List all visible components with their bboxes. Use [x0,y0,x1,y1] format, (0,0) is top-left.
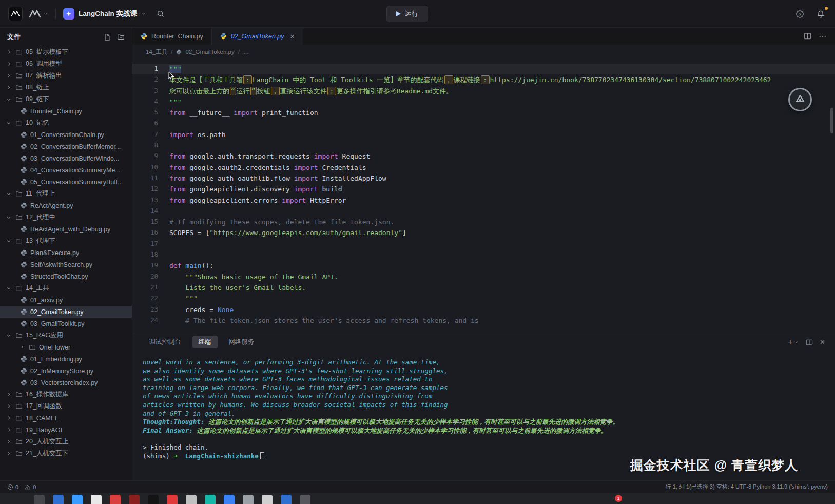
code-line[interactable]: 18 [132,249,835,260]
panel-tab[interactable]: 调试控制台 [143,336,187,348]
code-line[interactable]: 22 """ [132,293,835,304]
code-line[interactable]: 3您可以点击最上方的“运行”按钮，直接运行该文件；更多操作指引请参考Readme… [132,86,835,96]
taskbar-app-icon[interactable] [110,495,121,504]
code-line[interactable]: 23 creds = None [132,304,835,315]
code-line[interactable]: 9from google.auth.transport.requests imp… [132,151,835,162]
code-line[interactable]: 20 """Shows basic usage of the Gmail API… [132,272,835,282]
taskbar-app-icon[interactable] [224,495,235,504]
tree-file-item[interactable]: 02_InMemoryStore.py [0,365,132,377]
code-line[interactable]: 14 [132,206,835,217]
code-line[interactable]: 16SCOPES = ["https://www.googleapis.com/… [132,227,835,238]
new-terminal-button[interactable]: + [788,338,798,347]
taskbar-app-icon[interactable] [34,495,45,504]
code-line[interactable]: 6 [132,118,835,129]
tree-folder-item[interactable]: 16_操作数据库 [0,389,132,400]
warnings-indicator[interactable]: 0 [25,484,36,490]
tree-file-item[interactable]: Plan&Execute.py [0,247,132,259]
tree-file-item[interactable]: 01_arxiv.py [0,294,132,306]
status-right[interactable]: 行 1, 列 1(已选择 3) 空格: 4 UTF-8 Python 3.11.… [666,483,828,491]
taskbar-app-icon[interactable] [129,495,140,504]
taskbar-app-icon[interactable] [262,495,273,504]
tree-folder-item[interactable]: 17_回调函数 [0,400,132,412]
code-line[interactable]: 21 Lists the user's Gmail labels. [132,282,835,293]
tree-folder-item[interactable]: 06_调用模型 [0,58,132,70]
errors-indicator[interactable]: 0 [7,484,18,490]
code-line[interactable]: 8 [132,140,835,151]
run-button[interactable]: 运行 [386,6,428,22]
code-line[interactable]: 24 # The file token.json stores the user… [132,315,835,326]
editor-tab[interactable]: 02_GmailToken.py× [212,28,303,45]
tree-file-item[interactable]: 02_GmailToken.py [0,306,132,318]
taskbar-app-icon[interactable] [300,495,310,504]
breadcrumb[interactable]: 14_工具 / 02_GmailToken.py / … [132,45,835,59]
taskbar-app-icon[interactable] [186,495,197,504]
tree-file-item[interactable]: ReActAgent.py [0,200,132,211]
breadcrumb-more[interactable]: … [243,49,249,55]
code-line[interactable]: 15# If modifying these scopes, delete th… [132,217,835,227]
code-line[interactable]: 2本文件是【工具和工具箱：LangChain 中的 Tool 和 Toolkit… [132,74,835,85]
code-line[interactable]: 19def main(): [132,260,835,271]
code-line[interactable]: 13from googleapiclient.errors import Htt… [132,195,835,206]
panel-tab[interactable]: 网络服务 [223,336,261,348]
taskbar-app-icon[interactable] [205,495,216,504]
code-editor[interactable]: 1"""2本文件是【工具和工具箱：LangChain 中的 Tool 和 Too… [132,59,835,333]
split-panel-button[interactable] [806,339,813,346]
tree-folder-item[interactable]: 10_记忆 [0,117,132,129]
tree-file-item[interactable]: SelfAskwithSearch.py [0,259,132,270]
taskbar-app-icon[interactable] [91,495,102,504]
tree-file-item[interactable]: Rounter_Chain.py [0,105,132,117]
code-line[interactable]: 5from __future__ import print_function [132,107,835,118]
close-icon[interactable]: × [290,32,295,41]
code-line[interactable]: 7import os.path [132,129,835,140]
tree-folder-item[interactable]: 11_代理上 [0,188,132,200]
tree-file-item[interactable]: 01_ConversationChain.py [0,129,132,141]
tree-folder-item[interactable]: 19_BabyAGI [0,424,132,436]
tree-folder-item[interactable]: 15_RAG应用 [0,329,132,341]
workspace-logo[interactable] [29,10,48,18]
tree-folder-item[interactable]: 05_提示模板下 [0,46,132,58]
tree-file-item[interactable]: 03_VectorstoreIndex.py [0,377,132,389]
help-button[interactable]: ? [793,8,806,21]
tree-file-item[interactable]: 03_ConversationBufferWindo... [0,152,132,164]
notifications-button[interactable] [814,8,827,21]
code-line[interactable]: 12from googleapiclient.discovery import … [132,184,835,195]
tree-file-item[interactable]: 05_ConversationSummaryBuff... [0,176,132,188]
tree-folder-item[interactable]: 14_工具 [0,282,132,294]
tree-folder-item[interactable]: 12_代理中 [0,211,132,223]
code-line[interactable]: 1""" [132,64,835,74]
floating-assistant-badge[interactable] [788,88,812,111]
taskbar-app-icon[interactable] [243,495,254,504]
tree-folder-item[interactable]: 18_CAMEL [0,412,132,424]
panel-tab[interactable]: 终端 [192,336,218,348]
breadcrumb-file[interactable]: 02_GmailToken.py [185,49,234,55]
tree-folder-item[interactable]: 07_解析输出 [0,70,132,82]
tree-folder-item[interactable]: 20_人机交互上 [0,436,132,448]
new-folder-button[interactable] [117,33,125,41]
code-line[interactable]: 10from google.oauth2.credentials import … [132,162,835,173]
code-line[interactable]: 17 [132,239,835,249]
tree-folder-item[interactable]: 21_人机交互下 [0,448,132,459]
taskbar-app-icon[interactable] [167,495,178,504]
new-file-button[interactable] [104,33,111,41]
tree-file-item[interactable]: ReActAgent_with_Debug.py [0,223,132,235]
search-button[interactable] [154,8,167,20]
scrollbar-thumb[interactable] [830,108,833,133]
code-line[interactable]: 4""" [132,96,835,107]
breadcrumb-folder[interactable]: 14_工具 [146,48,167,56]
taskbar-app-icon[interactable] [148,495,159,504]
tree-folder-item[interactable]: 09_链下 [0,93,132,105]
code-line[interactable]: 11from google_auth_oauthlib.flow import … [132,173,835,184]
tree-file-item[interactable]: StructedToolChat.py [0,270,132,282]
tree-file-item[interactable]: 04_ConversationSummaryMe... [0,164,132,176]
taskbar-app-icon[interactable] [72,495,83,504]
tree-file-item[interactable]: 03_GmailToolkit.py [0,318,132,329]
editor-tab[interactable]: Rounter_Chain.py [132,28,212,45]
close-panel-button[interactable]: × [820,338,825,347]
project-selector[interactable]: LangChain 实战课 [63,8,146,20]
more-actions-button[interactable]: ⋯ [819,32,827,41]
split-editor-button[interactable] [804,32,811,40]
tree-file-item[interactable]: 02_ConversationBufferMemor... [0,141,132,152]
taskbar-app-icon[interactable] [53,495,64,504]
app-logo[interactable] [8,7,23,21]
taskbar-app-icon[interactable] [281,495,292,504]
